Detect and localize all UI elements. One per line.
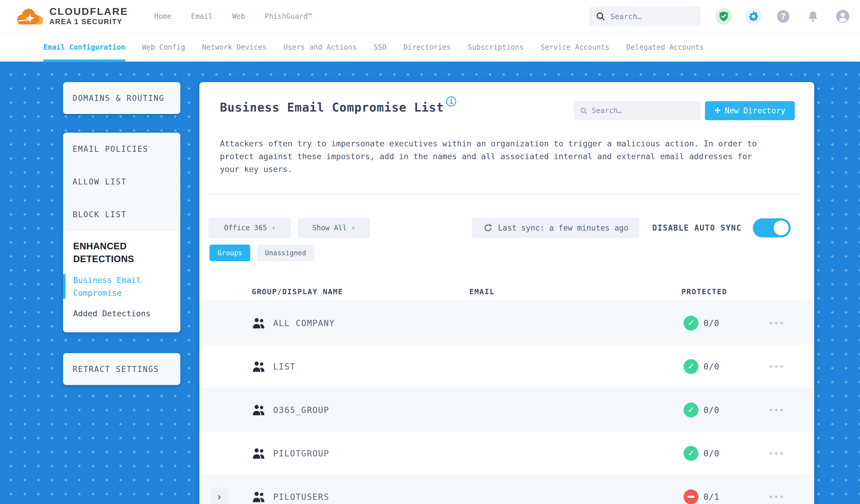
group-icon [252,404,266,416]
main-panel: Business Email Compromise List i + New D… [199,82,814,504]
dot [770,322,772,324]
sidebar-card-0: DOMAINS & ROUTING [63,82,180,114]
row-menu-button[interactable] [768,405,784,414]
sidebar-active-zone: ENHANCED DETECTIONSBusiness Email Compro… [63,231,180,332]
refresh-icon [483,223,493,233]
primary-nav: HomeEmailWebPhishGuard™ [154,12,312,20]
column-header-email: EMAIL [469,287,494,296]
new-directory-button[interactable]: + New Directory [705,101,795,120]
table-header: GROUP/DISPLAY NAMEEMAILPROTECTED [199,283,814,301]
row-menu-button[interactable] [768,362,784,371]
nav-item-web[interactable]: Web [232,12,245,20]
tab-service-accounts[interactable]: Service Accounts [541,33,610,62]
top-header: CLOUDFLARE AREA 1 SECURITY HomeEmailWebP… [0,0,860,33]
nav-item-home[interactable]: Home [154,12,171,20]
sidebar-item-block-list[interactable]: BLOCK LIST [63,198,180,231]
tab-users-and-actions[interactable]: Users and Actions [284,33,357,62]
last-sync-label: Last sync: a few minutes ago [498,224,628,232]
cloudflare-cloud-icon [15,7,45,27]
group-icon [252,317,266,329]
group-name: LIST [273,361,296,371]
info-icon[interactable]: i [446,96,456,106]
last-sync-button[interactable]: Last sync: a few minutes ago [472,218,640,238]
directory-select[interactable]: Office 365 ▾ [208,218,291,238]
section-divider [208,194,805,195]
protected-count: 0/0 [703,448,719,458]
caret-down-icon: ▾ [272,224,275,231]
sidebar-card-2: RETRACT SETTINGS [63,353,180,385]
tab-delegated-accounts[interactable]: Delegated Accounts [627,33,704,62]
sidebar-card-1: EMAIL POLICIESALLOW LISTBLOCK LISTENHANC… [63,133,180,332]
tab-directories[interactable]: Directories [403,33,451,62]
group-name: O365_GROUP [273,405,329,415]
dot [770,495,772,498]
new-directory-label: New Directory [725,106,785,115]
group-name: PILOTGROUP [273,448,329,458]
sidebar-item-added-detections[interactable]: Added Detections [73,307,151,320]
tab-sso[interactable]: SSO [373,33,386,62]
auto-sync-toggle[interactable] [753,218,791,237]
gear-icon[interactable] [745,8,762,25]
dot [775,365,777,368]
avatar-icon[interactable] [834,8,851,25]
protected-count: 0/0 [703,318,719,328]
view-tab-unassigned[interactable]: Unassigned [257,245,314,261]
row-menu-button[interactable] [768,449,784,458]
check-icon: ✓ [687,448,694,458]
shield-check-icon[interactable] [715,8,732,25]
nav-item-phishguard[interactable]: PhishGuard™ [265,12,312,20]
expand-row-button[interactable]: › [211,488,228,504]
bell-icon[interactable] [805,8,821,25]
logo-text: CLOUDFLARE AREA 1 SECURITY [49,6,128,27]
table-row[interactable]: O365_GROUP✓0/0 [199,388,814,431]
check-icon: ✓ [687,318,694,328]
group-icon [252,361,266,373]
panel-title-row: Business Email Compromise List i [220,101,456,114]
protected-ok-icon: ✓ [684,316,699,331]
sidebar-section-enhanced-detections: ENHANCED DETECTIONS [73,240,146,265]
check-icon: ✓ [687,361,694,371]
list-search-input[interactable] [592,106,695,115]
help-icon[interactable]: ? [775,8,791,25]
dot [780,452,783,455]
table-row[interactable]: ›PILOTUSERS0/1 [199,475,814,504]
global-search[interactable] [589,6,701,26]
protected-count: 0/0 [703,405,719,415]
protected-ok-icon: ✓ [684,403,699,417]
group-name: PILOTUSERS [273,492,329,502]
group-name: ALL COMPANY [273,318,335,328]
tab-network-devices[interactable]: Network Devices [202,33,267,62]
dot [780,408,783,411]
nav-item-email[interactable]: Email [191,12,213,20]
table-row[interactable]: LIST✓0/0 [199,345,814,388]
row-menu-button[interactable] [768,319,784,327]
plus-icon: + [715,105,720,115]
table-row[interactable]: PILOTGROUP✓0/0 [199,431,814,475]
search-icon [596,11,605,21]
sidebar-item-allow-list[interactable]: ALLOW LIST [63,165,180,198]
row-menu-button[interactable] [768,492,784,501]
dot [770,452,772,455]
protected-ok-icon: ✓ [684,359,699,374]
global-search-input[interactable] [610,12,694,21]
dot [780,322,783,324]
sidebar-item-domains-routing[interactable]: DOMAINS & ROUTING [63,82,180,114]
column-header-protected: PROTECTED [682,287,727,296]
sidebar-item-email-policies[interactable]: EMAIL POLICIES [63,133,180,165]
dot [780,495,783,498]
view-tab-groups[interactable]: Groups [210,245,250,261]
logo-subtitle: AREA 1 SECURITY [49,18,128,25]
svg-text:?: ? [781,12,786,21]
tab-web-config[interactable]: Web Config [142,33,185,62]
sidebar-item-business-email-compromise[interactable]: Business Email Compromise [73,274,151,299]
tab-subscriptions[interactable]: Subscriptions [468,33,524,62]
sidebar-item-retract-settings[interactable]: RETRACT SETTINGS [63,353,180,385]
protected-count: 0/0 [703,361,719,371]
header-actions: ? [715,8,851,25]
table-row[interactable]: ALL COMPANY✓0/0 [199,301,814,345]
dot [770,408,772,411]
table-body: ALL COMPANY✓0/0LIST✓0/0O365_GROUP✓0/0PIL… [199,301,814,504]
show-filter-select[interactable]: Show All ▾ [298,218,370,238]
list-search[interactable] [574,101,701,120]
tab-email-configuration[interactable]: Email Configuration [43,33,125,62]
